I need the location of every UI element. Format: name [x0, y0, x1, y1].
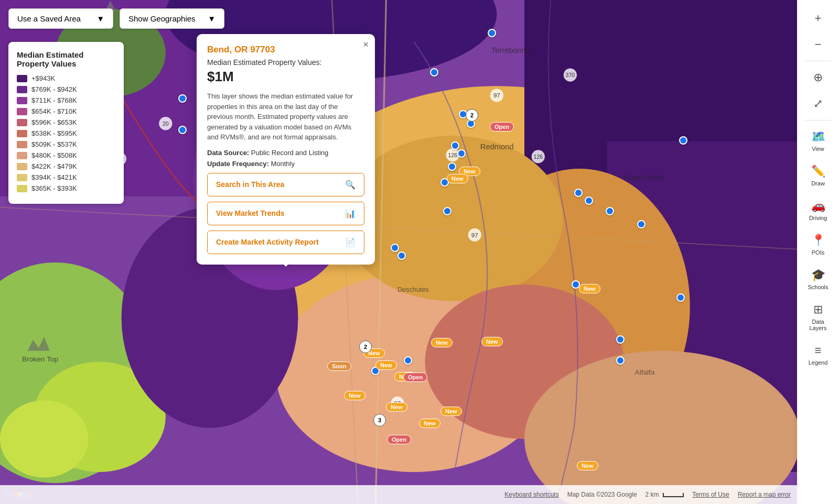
- svg-text:370: 370: [566, 72, 575, 78]
- map-data-credit: Map Data ©2023 Google: [567, 491, 637, 498]
- map-marker[interactable]: [451, 141, 459, 150]
- schools-button[interactable]: 🎓 Schools: [800, 263, 836, 295]
- legend-item-label: $365K - $393K: [31, 184, 77, 192]
- legend-item-label: $538K - $595K: [31, 129, 77, 137]
- map-marker[interactable]: [448, 162, 456, 171]
- legend-color-swatch: [17, 75, 27, 82]
- popup-data-source: Data Source: Public Record and Listing: [207, 149, 364, 157]
- map-marker[interactable]: [178, 126, 187, 134]
- show-geo-label: Show Geographies: [128, 14, 196, 23]
- new-badge[interactable]: New: [419, 419, 440, 428]
- svg-text:20: 20: [163, 120, 169, 127]
- keyboard-shortcuts[interactable]: Keyboard shortcuts: [504, 491, 558, 498]
- driving-label: Driving: [809, 215, 827, 221]
- svg-text:Deschutes: Deschutes: [397, 286, 429, 293]
- schools-label: Schools: [808, 284, 828, 290]
- data-layers-button[interactable]: ⊞ Data Layers: [800, 298, 836, 336]
- draw-label: Draw: [811, 180, 825, 187]
- cluster-badge[interactable]: 3: [373, 414, 386, 426]
- pin-icon: 📍: [811, 234, 825, 247]
- legend-color-swatch: [17, 185, 27, 192]
- search-in-area-label: Search in This Area: [216, 180, 284, 189]
- scale-value: 2 km: [646, 491, 659, 498]
- new-badge[interactable]: New: [577, 461, 598, 470]
- location-button[interactable]: ⊕: [800, 65, 836, 90]
- map-container[interactable]: Terrebonne Redmond Powell Butte Alfalfa …: [0, 0, 839, 504]
- map-background: Terrebonne Redmond Powell Butte Alfalfa …: [0, 0, 839, 504]
- cluster-badge[interactable]: 2: [359, 341, 372, 353]
- legend-item: $769K - $942K: [17, 85, 115, 93]
- legend-item-label: $422K - $479K: [31, 162, 77, 170]
- popup-description: This layer shows the median estimated va…: [207, 91, 364, 143]
- create-report-button[interactable]: Create Market Activity Report 📄: [207, 231, 364, 254]
- draw-button[interactable]: ✏️ Draw: [800, 159, 836, 192]
- map-marker[interactable]: [457, 149, 466, 158]
- legend-item: $394K - $421K: [17, 173, 115, 181]
- open-badge[interactable]: Open: [387, 435, 411, 444]
- report-error-link[interactable]: Report a map error: [738, 491, 791, 498]
- legend-item: +$943K: [17, 74, 115, 82]
- legend-color-swatch: [17, 163, 27, 170]
- saved-area-label: Use a Saved Area: [17, 14, 81, 23]
- svg-text:97: 97: [493, 92, 500, 98]
- layers-icon: ⊞: [813, 303, 823, 316]
- new-badge[interactable]: New: [440, 407, 462, 416]
- popup-title: Bend, OR 97703: [207, 45, 364, 55]
- chart-icon: 📊: [345, 209, 356, 218]
- create-report-label: Create Market Activity Report: [216, 238, 319, 246]
- map-marker[interactable]: [574, 189, 583, 197]
- school-icon: 🎓: [811, 268, 825, 282]
- legend-items: +$943K$769K - $942K$711K - $768K$654K - …: [17, 74, 115, 192]
- driving-button[interactable]: 🚗 Driving: [800, 194, 836, 226]
- new-badge[interactable]: New: [386, 402, 407, 412]
- new-badge[interactable]: New: [431, 338, 453, 347]
- map-marker[interactable]: [391, 244, 399, 252]
- new-badge[interactable]: New: [481, 337, 503, 346]
- view-market-trends-button[interactable]: View Market Trends 📊: [207, 202, 364, 225]
- soon-badge[interactable]: Soon: [327, 361, 351, 371]
- legend-item-label: $769K - $942K: [31, 85, 77, 93]
- zoom-in-button[interactable]: +: [800, 6, 836, 30]
- map-marker[interactable]: [676, 293, 685, 302]
- map-marker[interactable]: [679, 136, 687, 145]
- view-market-label: View Market Trends: [216, 209, 284, 217]
- map-marker[interactable]: [637, 220, 646, 228]
- plus-icon: +: [815, 12, 822, 25]
- terms-of-use-link[interactable]: Terms of Use: [692, 491, 729, 498]
- show-geographies-dropdown[interactable]: Show Geographies ▼: [120, 8, 224, 29]
- map-marker[interactable]: [178, 94, 187, 103]
- map-marker[interactable]: [488, 29, 496, 37]
- legend-title: Median EstimatedProperty Values: [17, 50, 115, 68]
- new-badge[interactable]: New: [344, 391, 365, 400]
- svg-text:126: 126: [448, 152, 457, 158]
- map-marker[interactable]: [616, 335, 625, 344]
- map-marker[interactable]: [404, 356, 412, 365]
- legend-color-swatch: [17, 130, 27, 137]
- saved-area-dropdown[interactable]: Use a Saved Area ▼: [8, 8, 113, 29]
- view-button[interactable]: 🗺️ View: [800, 125, 836, 157]
- new-badge[interactable]: New: [579, 284, 600, 293]
- map-marker[interactable]: [606, 207, 614, 215]
- legend-color-swatch: [17, 97, 27, 104]
- map-marker[interactable]: [397, 251, 406, 260]
- open-badge[interactable]: Open: [403, 372, 427, 382]
- search-in-area-button[interactable]: Search in This Area 🔍: [207, 173, 364, 196]
- map-icon: 🗺️: [811, 130, 825, 144]
- zoom-out-button[interactable]: −: [800, 32, 836, 57]
- cluster-badge[interactable]: 2: [466, 109, 478, 122]
- data-layers-label: Data Layers: [804, 319, 832, 331]
- pois-button[interactable]: 📍 POIs: [800, 228, 836, 261]
- chevron-down-icon: ▼: [208, 14, 216, 23]
- popup-close-button[interactable]: ×: [363, 39, 369, 50]
- new-badge[interactable]: New: [447, 174, 468, 183]
- legend-button[interactable]: ≡ Legend: [800, 338, 836, 371]
- legend-item-label: $596K - $653K: [31, 118, 77, 126]
- open-badge[interactable]: Open: [490, 122, 514, 132]
- fullscreen-button[interactable]: ⤢: [800, 92, 836, 116]
- new-badge[interactable]: New: [375, 360, 397, 370]
- legend-color-swatch: [17, 174, 27, 181]
- map-marker[interactable]: [430, 68, 438, 76]
- map-marker[interactable]: [585, 196, 593, 205]
- map-marker[interactable]: [443, 207, 451, 215]
- map-marker[interactable]: [616, 356, 625, 365]
